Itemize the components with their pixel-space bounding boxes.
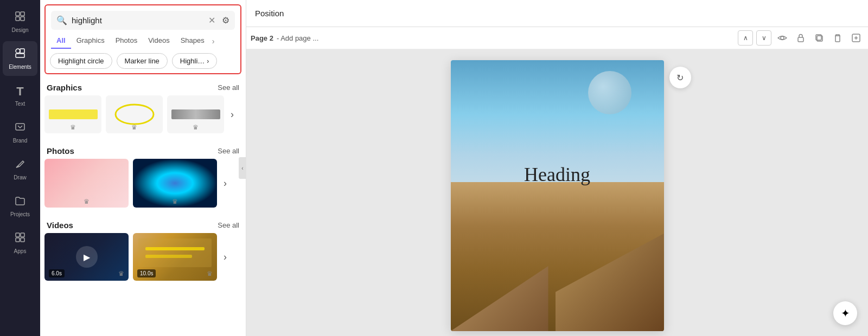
search-input[interactable] [72,16,204,25]
svg-rect-7 [16,124,24,130]
panel-content: Graphics See all ♛ ♛ ♛ › [40,79,246,336]
sidebar-label-apps: Apps [14,248,27,254]
video-duration-2: 10.0s [137,269,156,277]
svg-point-13 [781,36,784,40]
chip-highlight-more[interactable]: Highli… › [172,53,218,69]
position-label: Position [255,9,284,18]
magic-button[interactable]: ✦ [833,301,857,325]
crown-badge-2: ♛ [131,124,137,131]
add-page-label[interactable]: - Add page ... [277,34,318,42]
videos-grid: ▶ 6.0s ♛ 10.0s ♛ › [44,233,241,281]
canvas-page[interactable]: Heading [451,60,664,331]
graphics-see-all[interactable]: See all [218,83,239,92]
add-icon-button[interactable] [848,30,864,46]
photo-crown-1: ♛ [84,198,90,205]
sidebar-label-text: Text [15,101,25,107]
tab-shapes[interactable]: Shapes [175,33,210,49]
lock-icon-button[interactable] [793,30,808,46]
top-toolbar: Position [246,0,868,27]
video-item-1[interactable]: ▶ 6.0s ♛ [44,233,129,281]
sidebar-item-brand[interactable]: Brand [3,115,37,150]
sidebar-item-projects[interactable]: Projects [3,189,37,223]
search-clear-icon[interactable]: ✕ [208,15,215,25]
videos-see-all[interactable]: See all [218,221,239,229]
elements-icon [14,47,26,62]
videos-grid-arrow-icon[interactable]: › [221,249,229,265]
crown-badge-3: ♛ [193,124,199,131]
graphics-grid-arrow-icon[interactable]: › [228,107,236,122]
svg-rect-6 [16,54,24,57]
panel-collapse-button[interactable]: ‹ [239,157,246,179]
graphic-item-2[interactable]: ♛ [106,95,163,133]
page-nav-down-button[interactable]: ∨ [756,30,771,46]
search-bar[interactable]: 🔍 ✕ ⚙ [51,11,235,30]
sidebar-item-elements[interactable]: Elements [3,41,37,76]
svg-rect-1 [21,12,24,16]
search-icon: 🔍 [56,15,67,25]
tab-all[interactable]: All [51,33,71,49]
eye-icon-button[interactable] [775,30,790,46]
graphics-grid: ♛ ♛ ♛ › [44,95,241,133]
chip-marker-line[interactable]: Marker line [117,53,168,69]
svg-rect-14 [798,37,803,42]
planet-element [588,71,631,114]
photo-item-1[interactable]: ♛ [44,159,129,208]
sidebar-item-draw[interactable]: Draw [3,152,37,186]
tab-videos[interactable]: Videos [143,33,175,49]
sidebar-item-text[interactable]: T Text [3,78,37,113]
filter-icon[interactable]: ⚙ [222,15,229,25]
search-tabs: All Graphics Photos Videos Shapes › [51,30,235,49]
sidebar: Design Elements T Text Brand [0,0,40,336]
photo-item-2[interactable]: ♛ [133,159,217,208]
canvas-area: Position Page 2 - Add page ... ∧ ∨ [246,0,868,336]
chip-highlight-circle[interactable]: Highlight circle [50,53,112,69]
svg-rect-3 [21,17,24,21]
photos-see-all[interactable]: See all [218,147,239,155]
photos-grid-arrow-icon[interactable]: › [221,176,229,191]
photos-header: Photos See all [44,142,241,159]
sidebar-item-apps[interactable]: Apps [3,225,37,260]
tab-photos[interactable]: Photos [110,33,143,49]
crown-badge-1: ♛ [70,124,76,131]
elements-panel: 🔍 ✕ ⚙ All Graphics Photos Videos Shapes … [40,0,246,336]
graphics-title: Graphics [47,83,82,92]
sidebar-item-design[interactable]: Design [3,4,37,39]
canvas-heading-text[interactable]: Heading [524,163,590,186]
video-item-2[interactable]: 10.0s ♛ [133,233,217,281]
sidebar-label-projects: Projects [10,211,30,217]
page-nav-up-button[interactable]: ∧ [738,30,753,46]
photos-section: Photos See all ♛ ♛ › [44,142,241,208]
svg-rect-9 [21,233,24,237]
photo-crown-2: ♛ [172,198,178,205]
svg-rect-10 [16,238,20,242]
yellow-highlight-bar [49,109,98,119]
chip-arrow-icon: › [207,57,209,65]
page-number-label: Page 2 [251,34,273,42]
photos-grid: ♛ ♛ › [44,159,241,208]
duplicate-icon-button[interactable] [812,30,827,46]
apps-icon [14,231,26,246]
sidebar-label-design: Design [11,27,28,33]
brand-icon [14,121,26,135]
sidebar-label-elements: Elements [9,64,31,70]
canvas-wrapper[interactable]: Heading ↻ + Add page [246,49,868,336]
refresh-button[interactable]: ↻ [669,67,691,88]
graphic-item-3[interactable]: ♛ [167,95,224,133]
canvas-background: Heading [451,60,664,331]
svg-rect-2 [16,17,20,21]
tab-graphics[interactable]: Graphics [71,33,110,49]
sidebar-label-draw: Draw [14,175,26,180]
delete-icon-button[interactable] [830,30,845,46]
photos-title: Photos [47,146,74,156]
svg-rect-0 [16,12,20,16]
graphics-section: Graphics See all ♛ ♛ ♛ › [44,79,241,133]
tabs-arrow-icon[interactable]: › [210,37,217,46]
svg-rect-5 [20,49,24,53]
sidebar-label-brand: Brand [13,138,28,144]
graphic-item-1[interactable]: ♛ [44,95,101,133]
svg-rect-11 [21,238,24,242]
draw-icon [14,158,26,172]
svg-point-4 [16,49,20,53]
text-icon: T [16,85,23,99]
video-duration-1: 6.0s [49,269,65,277]
